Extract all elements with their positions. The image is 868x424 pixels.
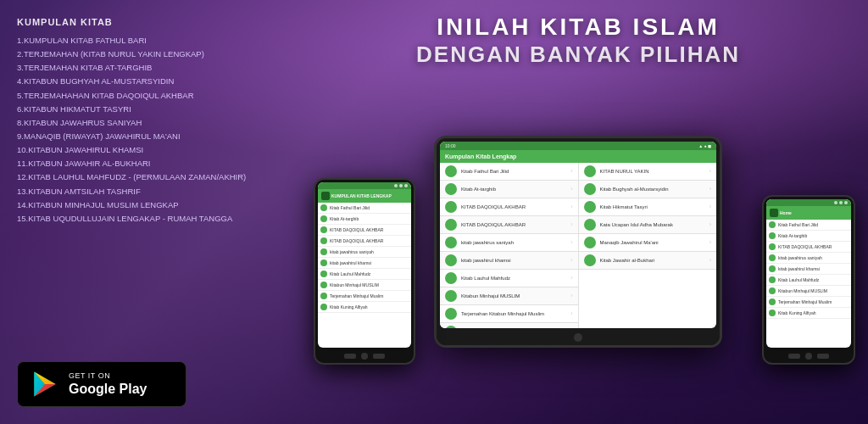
phone-icon xyxy=(320,215,327,222)
phone-list-item[interactable]: Kitab Kuning Alfiyah xyxy=(318,302,411,313)
tablet-list-item[interactable]: KITAB NURUL YAKIN› xyxy=(579,163,717,181)
kitab-list-item: 13.KITABUN AMTSILAH TASHRIF xyxy=(17,185,271,198)
tablet-list-item[interactable]: Manaqib Jawahirul Ma'ani› xyxy=(579,234,717,252)
phone-left-header-text: KUMPULAN KITAB LENGKAP xyxy=(331,193,392,198)
phone-list-item[interactable]: kitab jawahirus saniyah xyxy=(766,253,851,264)
phone-list-item[interactable]: Kitab Fathul Bari Jilid xyxy=(318,203,411,214)
status-dot-2 xyxy=(399,184,403,187)
phone-list-item[interactable]: kitab jawahirul khamsi xyxy=(766,264,851,275)
tablet-list-item[interactable]: Kitab Hikmatut Tasyri› xyxy=(579,198,717,216)
status-dot-3 xyxy=(404,184,408,187)
phone-icon xyxy=(320,237,327,244)
app-icon xyxy=(584,219,596,231)
right-panel: INILAH KITAB ISLAM DENGAN BANYAK PILIHAN… xyxy=(288,0,868,424)
phone-item-name: Terjemahan Minhajul Muslim xyxy=(778,299,832,304)
phone-item-name: Kitab Kuning Alfiyah xyxy=(330,304,367,310)
phone-icon xyxy=(320,204,327,211)
phone-home-btn[interactable] xyxy=(361,353,368,360)
phone-right-menu-btn[interactable] xyxy=(817,354,829,359)
app-item-name: Kitab Bughyah al-Mustarsyidin xyxy=(600,187,709,192)
app-item-name: KITAB DAQOIQUL AKHBAR xyxy=(461,222,570,227)
tablet-home-circle xyxy=(574,333,582,342)
phone-list-item[interactable]: Kitab Kuning Alfiyah xyxy=(766,308,851,319)
phone-list-item[interactable]: Kitabun Minhajul MUSLIM xyxy=(318,280,411,291)
tablet-list-item[interactable]: Kata Ucapan Idul Adha Mubarak› xyxy=(579,216,717,234)
phone-list-item[interactable]: Kitab At-targhib xyxy=(766,231,851,242)
phone-left-header: KUMPULAN KITAB LENGKAP xyxy=(318,189,411,203)
app-item-arrow: › xyxy=(709,257,711,263)
phone-list-item[interactable]: Kitab Lauhul Mahfudz xyxy=(318,269,411,280)
phone-back-btn[interactable] xyxy=(344,354,356,359)
app-item-name: kitab jawahirul khamsi xyxy=(461,258,570,263)
tablet-list-item[interactable]: Kitab Kuning Alfiyah Ibnu Malik› xyxy=(440,323,578,328)
phone-icon xyxy=(769,265,776,272)
phone-list-item[interactable]: kitab jawahirus saniyah xyxy=(318,247,411,258)
phone-right-screen: Home Kitab Fathul Bari JilidKitab At-tar… xyxy=(766,199,851,348)
phone-item-name: Kitab At-targhib xyxy=(778,233,807,238)
phone-item-name: KITAB DAQOIQUL AKHBAR xyxy=(330,227,383,232)
app-icon xyxy=(445,201,457,213)
kitab-list-item: 8.KITABUN JAWAHRUS SANIYAH xyxy=(17,116,271,130)
tablet-list-item[interactable]: Kitab Lauhul Mahfudz› xyxy=(440,270,578,287)
phone-list-item[interactable]: Terjemahan Minhajul Muslim xyxy=(318,291,411,302)
tablet-home-btn[interactable] xyxy=(437,330,720,345)
status-dot-1 xyxy=(394,184,398,187)
app-item-name: Kitabun Minhajul MUSLIM xyxy=(461,293,570,298)
phone-item-name: kitab jawahirus saniyah xyxy=(330,249,374,254)
phone-item-name: kitab jawahirul khamsi xyxy=(330,260,371,265)
phone-left-device: KUMPULAN KITAB LENGKAP Kitab Fathul Bari… xyxy=(314,178,415,365)
tablet-list-item[interactable]: Kitab At-targhib› xyxy=(440,181,578,198)
phone-list-item[interactable]: KITAB DAQOIQUL AKHBAR xyxy=(766,242,851,253)
phone-list-item[interactable]: Kitabun Minhajul MUSLIM xyxy=(766,286,851,297)
phone-item-name: Kitabun Minhajul MUSLIM xyxy=(778,288,827,293)
tablet-list-item[interactable]: Kitabun Minhajul MUSLIM› xyxy=(440,287,578,305)
phone-right-home-btn[interactable] xyxy=(805,353,812,360)
phone-icon xyxy=(320,293,327,299)
phone-left-status xyxy=(318,182,411,189)
phone-list-item[interactable]: kitab jawahirul khamsi xyxy=(318,258,411,269)
tablet-list-item[interactable]: KITAB DAQOIQUL AKHBAR› xyxy=(440,216,578,234)
app-icon xyxy=(584,201,596,213)
kitab-list-item: 1.KUMPULAN KITAB FATHUL BARI xyxy=(17,34,271,47)
app-icon xyxy=(584,165,596,177)
phone-list-item[interactable]: Kitab At-targhib xyxy=(318,214,411,225)
kitab-list: 1.KUMPULAN KITAB FATHUL BARI2.TERJEMAHAN… xyxy=(17,34,271,226)
phone-list-item[interactable]: Kitab Fathul Bari Jilid xyxy=(766,220,851,231)
app-item-name: Terjemahan Kitabun Minhajul Muslim xyxy=(461,311,570,316)
tablet-two-col-list: Kitab Fathul Bari Jilid›Kitab At-targhib… xyxy=(440,163,716,328)
kitab-list-item: 15.KITAB UQUDULLUJAIN LENGAKAP - RUMAH T… xyxy=(17,212,271,226)
phone-right-app-icon xyxy=(770,209,778,217)
app-item-arrow: › xyxy=(570,239,572,245)
tablet-list-item[interactable]: Terjemahan Kitabun Minhajul Muslim› xyxy=(440,305,578,323)
phone-icon xyxy=(769,232,776,239)
app-icon xyxy=(445,183,457,195)
phone-right-status xyxy=(766,199,851,206)
tablet-list-item[interactable]: kitab jawahirul khamsi› xyxy=(440,252,578,270)
app-item-arrow: › xyxy=(570,257,572,263)
phone-right-status-icons xyxy=(834,201,848,204)
tablet-list-item[interactable]: kitab jawahirus saniyah› xyxy=(440,234,578,252)
tablet-list-item[interactable]: KITAB DAQOIQUL AKHBAR› xyxy=(440,198,578,216)
phone-menu-btn[interactable] xyxy=(373,354,385,359)
phone-left-screen: KUMPULAN KITAB LENGKAP Kitab Fathul Bari… xyxy=(318,182,411,348)
headline-line1: INILAH KITAB ISLAM xyxy=(416,13,740,42)
app-item-name: Manaqib Jawahirul Ma'ani xyxy=(600,240,709,245)
tablet-list-item[interactable]: Kitab Fathul Bari Jilid› xyxy=(440,163,578,181)
kitab-list-item: 4.KITABUN BUGHYAH AL-MUSTARSYIDIN xyxy=(17,75,271,88)
phone-list-item[interactable]: Terjemahan Minhajul Muslim xyxy=(766,297,851,308)
tablet-list-item[interactable]: Kitab Bughyah al-Mustarsyidin› xyxy=(579,181,717,198)
phone-icon xyxy=(320,259,327,266)
phone-list-item[interactable]: KITAB DAQOIQUL AKHBAR xyxy=(318,236,411,247)
kitab-list-item: 14.KITABUN MINHAJUL MUSLIM LENGKAP xyxy=(17,198,271,212)
google-play-button[interactable]: GET IT ON Google Play xyxy=(17,361,186,407)
google-play-text: GET IT ON Google Play xyxy=(69,371,147,397)
tablet-list-item[interactable]: Kitab Jawahir al-Bukhari› xyxy=(579,252,717,270)
phone-list-item[interactable]: KITAB DAQOIQUL AKHBAR xyxy=(318,225,411,236)
phone-right-back-btn[interactable] xyxy=(788,354,800,359)
get-it-on-label: GET IT ON xyxy=(69,371,147,381)
phone-icon xyxy=(769,287,776,294)
phone-list-item[interactable]: Kitab Lauhul Mahfudz xyxy=(766,275,851,286)
phone-item-name: kitab jawahirul khamsi xyxy=(778,266,820,271)
devices-container: 10:00 ▲ ● ◼ Kumpulan Kitab Lengkap Kitab… xyxy=(297,76,860,365)
phone-right-bottom xyxy=(764,349,854,363)
